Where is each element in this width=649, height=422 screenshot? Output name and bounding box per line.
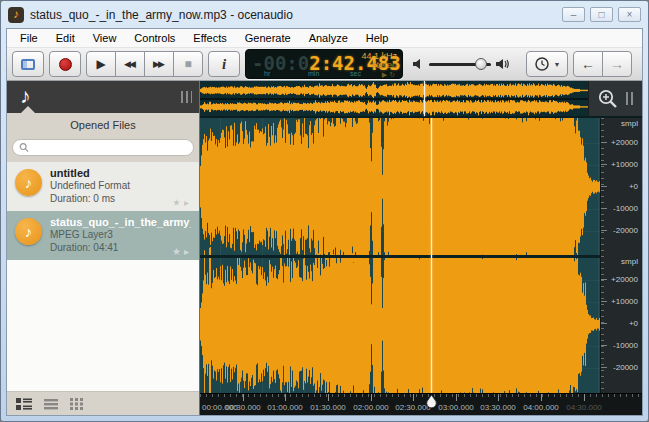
file-item-untitled[interactable]: ♪ untitled Undefined Format Duration: 0 … [7, 162, 199, 211]
unit-min: min [308, 70, 319, 77]
volume-slider[interactable] [429, 63, 491, 66]
search-input[interactable] [33, 141, 187, 154]
play-button[interactable]: ▶ [86, 51, 116, 77]
timeline-label: 01:00.000 [267, 403, 303, 412]
menu-analyze[interactable]: Analyze [300, 30, 357, 46]
toolbar: ▶ ◀◀ ▶▶ ■ i -00:02:42.483 hr [7, 48, 642, 81]
toggle-sidebar-button[interactable] [12, 51, 44, 77]
app-window: ♪ status_quo_-_in_the_army_now.mp3 - oce… [0, 0, 649, 422]
opened-files-tab-icon[interactable]: ♪ [20, 84, 31, 108]
transport-group: ▶ ◀◀ ▶▶ ■ [86, 51, 203, 77]
menu-edit[interactable]: Edit [47, 30, 84, 46]
file-item-status-quo[interactable]: ♪ status_quo_-_in_the_army_now.... MPEG … [7, 211, 199, 260]
menu-controls[interactable]: Controls [125, 30, 184, 46]
record-icon [59, 58, 72, 71]
compact-list-view-button[interactable] [44, 398, 58, 410]
sidebar-tab-bar: ♪ [7, 81, 199, 113]
timeline-ruler[interactable]: 00:00.00000:30.00001:00.00001:30.00002:0… [200, 393, 642, 415]
file-item-actions[interactable]: ★▸ [172, 197, 192, 208]
menu-generate[interactable]: Generate [236, 30, 300, 46]
play-icon: ▶ [96, 57, 105, 71]
waveform-canvas [200, 118, 600, 393]
sidebar: ♪ Opened Files ♪ [7, 81, 200, 415]
list-view-mode-bar [7, 391, 199, 415]
volume-slider-knob[interactable] [475, 58, 487, 70]
menu-bar: File Edit View Controls Effects Generate… [7, 29, 642, 48]
playhead-cursor[interactable] [431, 118, 432, 393]
file-duration: Duration: 04:41 [50, 241, 191, 254]
item-chevron-icon[interactable]: ▸ [184, 197, 192, 208]
info-icon: i [222, 56, 226, 73]
favorite-star-icon[interactable]: ★ [172, 197, 184, 208]
close-button[interactable]: × [618, 7, 641, 22]
title-bar[interactable]: ♪ status_quo_-_in_the_army_now.mp3 - oce… [1, 1, 648, 28]
ruler-amp-label: +20000 [601, 275, 638, 284]
sidebar-panel-title: Opened Files [7, 113, 199, 137]
minimize-button[interactable]: – [562, 7, 585, 22]
ruler-amp-label: -20000 [601, 363, 638, 372]
sidebar-search-area [7, 137, 199, 162]
detailed-list-view-button[interactable] [16, 398, 32, 410]
loop-icon: ↻ [389, 71, 397, 78]
opened-files-list: ♪ untitled Undefined Format Duration: 0 … [7, 162, 199, 391]
forward-button[interactable]: → [602, 51, 632, 77]
menu-view[interactable]: View [84, 30, 126, 46]
ruler-amp-label: +0 [601, 182, 638, 191]
timeline-label: 00:30.000 [225, 403, 261, 412]
maximize-button[interactable]: □ [590, 7, 613, 22]
file-name: untitled [50, 167, 130, 179]
menu-help[interactable]: Help [357, 30, 398, 46]
overview-playhead[interactable] [424, 81, 425, 116]
menu-file[interactable]: File [11, 30, 47, 46]
fast-forward-button[interactable]: ▶▶ [144, 51, 174, 77]
client-area: File Edit View Controls Effects Generate… [6, 28, 643, 416]
timeline-tick [328, 394, 329, 401]
info-button[interactable]: i [208, 51, 240, 77]
volume-control [413, 58, 510, 70]
stop-button[interactable]: ■ [173, 51, 203, 77]
waveform-main-view[interactable] [200, 118, 600, 393]
playhead-marker[interactable] [426, 395, 437, 408]
window-title: status_quo_-_in_the_army_now.mp3 - ocena… [30, 8, 293, 22]
timeline-tick [541, 394, 542, 401]
grid-view-button[interactable] [70, 398, 83, 410]
record-button[interactable] [49, 51, 81, 77]
forward-arrow-icon: → [610, 57, 624, 71]
volume-high-icon [496, 58, 510, 70]
rewind-icon: ◀◀ [124, 59, 136, 69]
ruler-amp-label: -20000 [601, 226, 638, 235]
ruler-amp-label: +20000 [601, 138, 638, 147]
timeline-tick [285, 394, 286, 401]
ruler-amp-label: +10000 [601, 297, 638, 306]
unit-hr: hr [264, 70, 270, 77]
menu-effects[interactable]: Effects [184, 30, 235, 46]
rewind-button[interactable]: ◀◀ [115, 51, 145, 77]
ruler-amp-label: +10000 [601, 160, 638, 169]
time-digits-dim: -00:0 [252, 52, 309, 74]
search-icon [19, 142, 29, 153]
time-display[interactable]: -00:02:42.483 hr min sec 44.1 kHz stereo… [245, 49, 403, 79]
ruler-unit-label: smpl [601, 119, 638, 128]
fast-forward-icon: ▶▶ [153, 59, 165, 69]
waveform-overview[interactable] [200, 81, 588, 116]
timeline-label: 04:00.000 [523, 403, 559, 412]
history-nav-group: ← → [573, 51, 632, 77]
channel-mode: stereo [361, 61, 397, 70]
unit-sec: sec [350, 70, 361, 77]
back-button[interactable]: ← [573, 51, 603, 77]
timeline-label: 02:00.000 [353, 403, 389, 412]
playback-flags: ▶↻ [361, 70, 397, 79]
stop-icon: ■ [184, 57, 191, 71]
zoom-block [588, 81, 642, 116]
item-chevron-icon[interactable]: ▸ [184, 246, 192, 257]
overview-grip-icon[interactable] [626, 92, 634, 105]
sidebar-grip-icon[interactable] [181, 91, 192, 103]
waveform-panel: smpl+20000+10000+0-10000-20000smpl+20000… [200, 81, 642, 415]
file-item-actions[interactable]: ★▸ [172, 246, 192, 257]
search-box[interactable] [12, 139, 194, 156]
time-format-button[interactable]: ▼ [526, 51, 568, 77]
file-name: status_quo_-_in_the_army_now.... [50, 216, 191, 228]
zoom-in-icon[interactable] [597, 88, 619, 110]
favorite-star-icon[interactable]: ★ [172, 246, 184, 257]
timeline-label: 01:30.000 [310, 403, 346, 412]
